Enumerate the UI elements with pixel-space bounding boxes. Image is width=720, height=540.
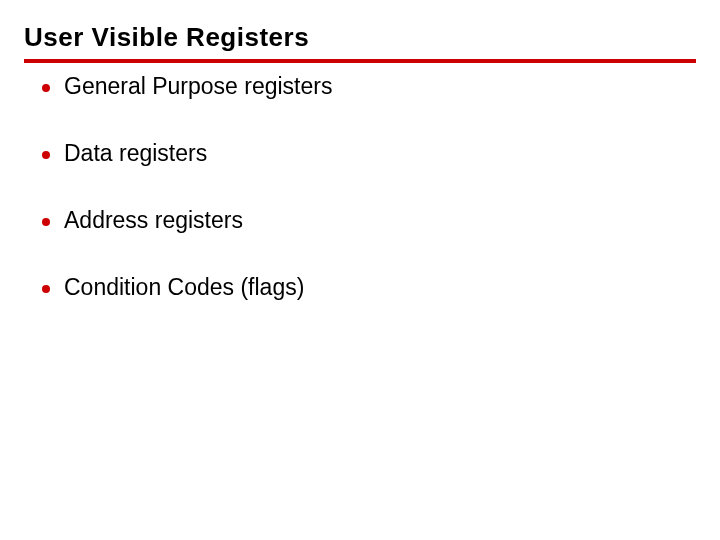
list-item: General Purpose registers bbox=[42, 73, 696, 100]
bullet-icon bbox=[42, 84, 50, 92]
title-underline bbox=[24, 59, 696, 63]
list-item-label: Condition Codes (flags) bbox=[64, 274, 304, 301]
list-item: Condition Codes (flags) bbox=[42, 274, 696, 301]
bullet-icon bbox=[42, 285, 50, 293]
bullet-icon bbox=[42, 218, 50, 226]
bullet-list: General Purpose registers Data registers… bbox=[24, 73, 696, 301]
slide-title: User Visible Registers bbox=[24, 22, 696, 59]
list-item-label: General Purpose registers bbox=[64, 73, 332, 100]
list-item: Address registers bbox=[42, 207, 696, 234]
bullet-icon bbox=[42, 151, 50, 159]
list-item: Data registers bbox=[42, 140, 696, 167]
list-item-label: Address registers bbox=[64, 207, 243, 234]
list-item-label: Data registers bbox=[64, 140, 207, 167]
